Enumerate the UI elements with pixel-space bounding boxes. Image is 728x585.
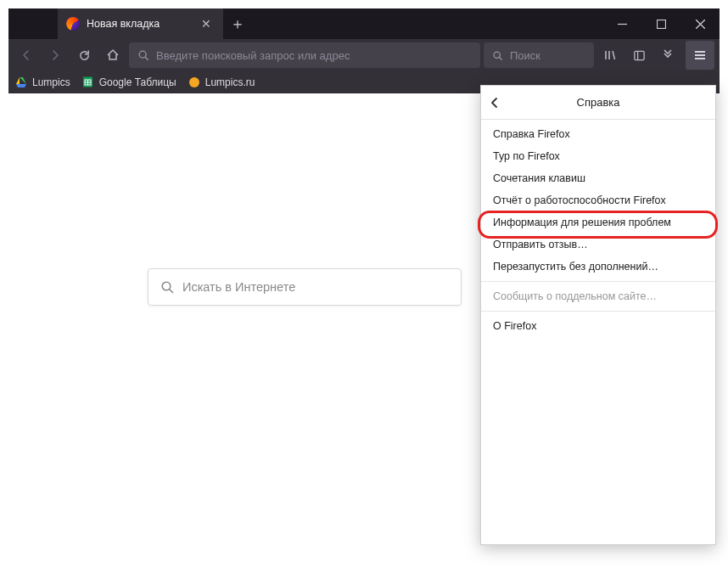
tab-bar: Новая вкладка ✕ ＋	[8, 8, 720, 39]
url-input[interactable]	[156, 49, 472, 62]
window-minimize-button[interactable]	[602, 8, 641, 39]
menu-item-firefox-tour[interactable]: Тур по Firefox	[481, 145, 715, 167]
bookmark-label: Google Таблицы	[99, 76, 176, 88]
tab-title: Новая вкладка	[87, 18, 191, 30]
menu-item-health-report[interactable]: Отчёт о работоспособности Firefox	[481, 189, 715, 211]
overflow-button[interactable]	[655, 42, 680, 68]
menu-item-submit-feedback[interactable]: Отправить отзыв…	[481, 233, 715, 256]
home-button[interactable]	[100, 42, 126, 68]
search-icon	[492, 50, 503, 61]
menu-item-report-deceptive-site: Сообщить о поддельном сайте…	[481, 285, 715, 307]
search-bar[interactable]	[484, 42, 594, 68]
window-close-button[interactable]	[680, 8, 720, 39]
svg-line-7	[500, 57, 502, 59]
tab-close-button[interactable]: ✕	[198, 15, 215, 32]
url-bar[interactable]	[129, 42, 480, 68]
panel-header: Справка	[481, 86, 715, 120]
panel-separator	[481, 281, 715, 282]
menu-item-firefox-help[interactable]: Справка Firefox	[481, 123, 715, 145]
tab-active[interactable]: Новая вкладка ✕	[58, 8, 223, 39]
svg-marker-19	[16, 84, 26, 87]
bookmark-label: Lumpics	[32, 76, 70, 88]
firefox-favicon	[66, 17, 80, 31]
newtab-search-input[interactable]	[182, 280, 449, 294]
bookmark-item[interactable]: Google Таблицы	[82, 76, 176, 88]
search-icon	[160, 280, 174, 294]
panel-title: Справка	[481, 96, 715, 109]
site-icon	[188, 76, 200, 88]
new-tab-button[interactable]: ＋	[223, 8, 252, 39]
svg-rect-1	[657, 20, 665, 28]
forward-button[interactable]	[42, 42, 68, 68]
tab-strip-leading-space	[8, 8, 58, 39]
search-input[interactable]	[510, 49, 585, 62]
newtab-search-box[interactable]	[148, 268, 462, 306]
app-menu-button[interactable]	[686, 41, 714, 70]
menu-item-keyboard-shortcuts[interactable]: Сочетания клавиш	[481, 167, 715, 189]
svg-marker-18	[16, 77, 20, 84]
svg-marker-17	[20, 77, 26, 84]
sidebar-button[interactable]	[626, 42, 652, 68]
panel-back-button[interactable]	[481, 97, 508, 109]
svg-line-10	[613, 51, 615, 59]
search-icon	[137, 49, 149, 61]
bookmark-item[interactable]: Lumpics	[15, 76, 70, 88]
sheets-icon	[82, 76, 94, 88]
panel-separator	[481, 311, 715, 312]
library-button[interactable]	[597, 42, 623, 68]
menu-item-about-firefox[interactable]: О Firefox	[481, 315, 715, 337]
window-maximize-button[interactable]	[641, 8, 680, 39]
menu-item-troubleshooting-info[interactable]: Информация для решения проблем	[481, 211, 715, 233]
menu-item-restart-without-addons[interactable]: Перезапустить без дополнений…	[481, 256, 715, 278]
drive-icon	[15, 76, 27, 88]
bookmark-item[interactable]: Lumpics.ru	[188, 76, 255, 88]
help-panel: Справка Справка Firefox Тур по Firefox С…	[480, 85, 716, 545]
reload-button[interactable]	[71, 42, 97, 68]
nav-toolbar	[8, 39, 720, 71]
svg-rect-11	[634, 51, 643, 59]
svg-line-5	[145, 57, 148, 59]
svg-line-25	[170, 290, 173, 293]
back-button[interactable]	[14, 42, 39, 68]
bookmark-label: Lumpics.ru	[205, 76, 255, 88]
